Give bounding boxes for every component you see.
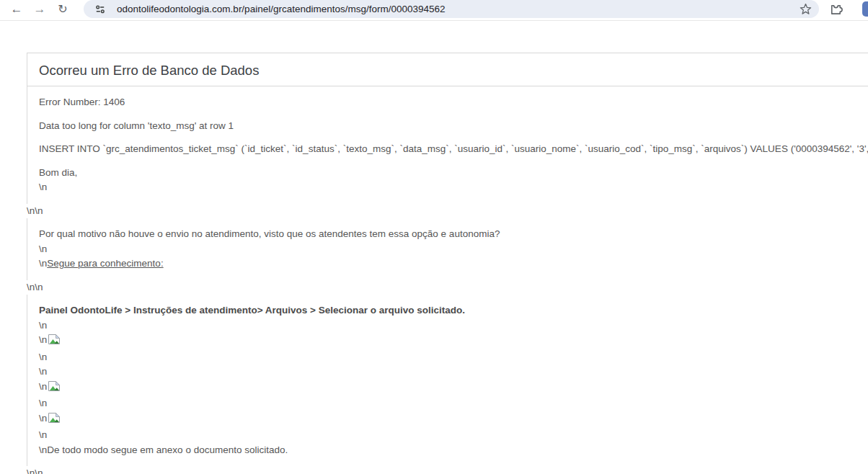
back-arrow-icon: ←	[11, 2, 23, 17]
newline-literal: \n	[39, 320, 47, 331]
newline-literal: \n	[39, 381, 47, 392]
broken-image-icon	[48, 334, 61, 350]
site-settings-tune-icon[interactable]	[91, 0, 110, 18]
newline-literal: \n	[39, 352, 47, 362]
browser-toolbar: ← → ↻ odontolifeodontologia.com.br/paine…	[0, 0, 868, 21]
closing-text: \nDe todo modo segue em anexo o document…	[39, 444, 288, 455]
error-number-line: Error Number: 1406	[39, 95, 868, 110]
message-greeting-paragraph: Bom dia, \n	[39, 166, 868, 195]
greeting-text: Bom dia,	[39, 167, 77, 178]
double-newline-literal: \n\n	[27, 466, 48, 474]
newline-literal: \n	[39, 243, 47, 254]
newline-literal: \n	[39, 429, 47, 440]
error-details: Error Number: 1406 Data too long for col…	[27, 95, 868, 474]
message-instructions-paragraph: Painel OdontoLife > Instruções de atendi…	[39, 303, 868, 457]
double-newline-literal: \n\n	[27, 204, 48, 219]
question-text: Por qual motivo não houve o envio no ate…	[39, 228, 500, 239]
broken-image-icon	[48, 380, 61, 397]
double-newline-literal: \n\n	[27, 280, 48, 295]
error-message-line: Data too long for column 'texto_msg' at …	[39, 119, 868, 134]
database-error-container: Ocorreu um Erro de Banco de Dados Error …	[27, 53, 868, 474]
error-page-title: Ocorreu um Erro de Banco de Dados	[27, 53, 868, 86]
newline-literal: \n	[39, 366, 47, 377]
newline-literal: \n	[39, 258, 47, 269]
profile-avatar[interactable]	[862, 1, 868, 17]
segue-underlined-text: Segue para conhecimento:	[47, 258, 163, 269]
broken-image-icon	[48, 412, 61, 429]
reload-icon: ↻	[58, 2, 67, 16]
url-text: odontolifeodontologia.com.br/painel/grca…	[117, 4, 796, 14]
newline-literal: \n	[39, 182, 47, 192]
back-button[interactable]: ←	[6, 0, 27, 19]
newline-literal: \n	[39, 334, 47, 345]
url-bar[interactable]: odontolifeodontologia.com.br/painel/grca…	[84, 0, 819, 18]
forward-button[interactable]: →	[29, 0, 50, 19]
forward-arrow-icon: →	[34, 2, 46, 17]
newline-literal: \n	[39, 398, 47, 408]
panel-path-bold-text: Painel OdontoLife > Instruções de atendi…	[39, 305, 465, 316]
reload-button[interactable]: ↻	[52, 0, 74, 19]
bookmark-star-icon[interactable]	[796, 0, 815, 18]
sql-query-line: INSERT INTO `grc_atendimentos_ticket_msg…	[39, 142, 868, 157]
newline-literal: \n	[39, 413, 47, 424]
message-question-paragraph: Por qual motivo não houve o envio no ate…	[39, 227, 868, 272]
extensions-puzzle-icon[interactable]	[826, 0, 845, 18]
